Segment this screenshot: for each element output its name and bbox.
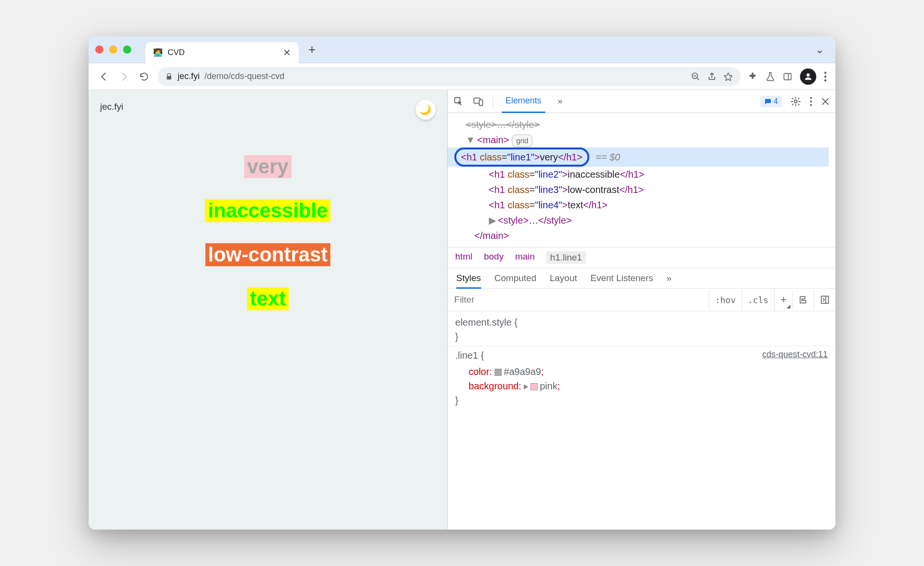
url-path: /demo/cds-quest-cvd: [204, 71, 284, 81]
new-rule-button[interactable]: +◢: [774, 289, 792, 311]
dom-row-h1-2[interactable]: <h1 class="line2">inaccessible</h1>: [454, 167, 829, 182]
css-prop-background[interactable]: background: ▸pink;: [469, 381, 560, 391]
tab-title: CVD: [168, 48, 278, 57]
color-swatch-icon[interactable]: [495, 369, 502, 376]
svg-point-4: [824, 75, 827, 78]
tab-styles[interactable]: Styles: [456, 273, 481, 289]
paint-icon[interactable]: [792, 290, 814, 309]
demo-line-2: inaccessible: [205, 199, 330, 222]
styles-more-icon[interactable]: »: [666, 273, 672, 283]
svg-point-12: [810, 104, 812, 106]
rule-selector[interactable]: .line1 {: [455, 350, 484, 361]
sidepanel-icon[interactable]: [783, 72, 792, 81]
close-tab-icon[interactable]: ✕: [283, 47, 291, 58]
browser-window: 👩‍💻 CVD ✕ + ⌄ jec.fyi/demo/cds-quest-cvd: [89, 36, 835, 530]
device-toggle-icon[interactable]: [473, 96, 484, 107]
svg-point-9: [794, 100, 797, 103]
svg-rect-8: [479, 100, 483, 105]
svg-point-5: [824, 79, 827, 81]
dom-selected-suffix: == $0: [596, 152, 620, 162]
forward-icon: [119, 71, 129, 82]
devtools-tabs: Elements » 4: [448, 90, 835, 113]
labs-icon[interactable]: [766, 71, 775, 82]
tab-more-icon[interactable]: »: [554, 91, 566, 112]
maximize-window-button[interactable]: [123, 45, 131, 54]
tab-event-listeners[interactable]: Event Listeners: [590, 273, 653, 283]
new-tab-button[interactable]: +: [304, 42, 320, 57]
forward-button[interactable]: [117, 70, 131, 83]
content-area: jec.fyi 🌙 very inaccessible low-contrast…: [89, 90, 835, 530]
reload-button[interactable]: [137, 70, 151, 83]
computed-sidebar-icon[interactable]: [814, 290, 835, 309]
svg-rect-1: [784, 73, 791, 79]
inspect-icon[interactable]: [453, 96, 464, 107]
grid-badge[interactable]: grid: [512, 135, 532, 147]
dom-row-main-close[interactable]: </main>: [454, 228, 829, 243]
issues-icon: [764, 98, 772, 105]
breadcrumb-main[interactable]: main: [515, 251, 535, 264]
toolbar-right: [747, 68, 827, 85]
settings-icon[interactable]: [790, 96, 801, 107]
browser-tab[interactable]: 👩‍💻 CVD ✕: [146, 42, 299, 63]
moon-icon: 🌙: [419, 104, 431, 115]
favicon-icon: 👩‍💻: [153, 48, 163, 57]
demo-line-1: very: [244, 155, 291, 178]
address-bar[interactable]: jec.fyi/demo/cds-quest-cvd: [158, 67, 741, 86]
svg-point-2: [807, 73, 810, 77]
tabs-dropdown-icon[interactable]: ⌄: [815, 44, 829, 56]
svg-point-3: [824, 71, 827, 74]
minimize-window-button[interactable]: [109, 45, 117, 54]
element-style-selector[interactable]: element.style {: [455, 317, 518, 328]
svg-point-10: [810, 97, 812, 99]
css-prop-color[interactable]: color: #a9a9a9;: [469, 366, 544, 377]
dom-row-prev[interactable]: <style>…</style>: [454, 117, 829, 132]
tab-computed[interactable]: Computed: [495, 273, 537, 283]
tab-elements[interactable]: Elements: [502, 90, 545, 113]
dom-row-h1-3[interactable]: <h1 class="line3">low-contrast</h1>: [454, 182, 829, 197]
close-window-button[interactable]: [95, 45, 103, 54]
demo-lines: very inaccessible low-contrast text: [100, 155, 436, 310]
lock-icon: [165, 72, 173, 81]
browser-toolbar: jec.fyi/demo/cds-quest-cvd: [89, 63, 835, 90]
kebab-menu-icon[interactable]: [824, 71, 827, 82]
cls-toggle[interactable]: .cls: [742, 290, 774, 310]
devtools-close-icon[interactable]: [821, 97, 830, 106]
extensions-icon[interactable]: [747, 71, 758, 82]
dom-breadcrumb[interactable]: html body main h1.line1: [448, 247, 835, 268]
breadcrumb-html[interactable]: html: [455, 251, 473, 264]
breadcrumb-body[interactable]: body: [484, 251, 504, 264]
tab-strip: 👩‍💻 CVD ✕ + ⌄: [89, 36, 835, 63]
devtools-panel: Elements » 4 <style>…</style> ▼<main>gri…: [447, 90, 835, 530]
dom-row-h1-4[interactable]: <h1 class="line4">text</h1>: [454, 197, 829, 213]
issues-counter[interactable]: 4: [760, 96, 782, 107]
site-label: jec.fyi: [100, 102, 436, 112]
bg-swatch-icon[interactable]: [530, 383, 538, 390]
back-icon: [99, 71, 109, 82]
demo-line-3: low-contrast: [205, 243, 331, 266]
issues-count: 4: [774, 97, 778, 106]
tab-layout[interactable]: Layout: [550, 273, 577, 283]
devtools-menu-icon[interactable]: [810, 97, 812, 106]
dom-tree[interactable]: <style>…</style> ▼<main>grid ⋯ <h1 class…: [448, 113, 835, 247]
theme-toggle-button[interactable]: 🌙: [416, 100, 436, 120]
url-domain: jec.fyi: [178, 71, 200, 81]
hov-toggle[interactable]: :hov: [709, 290, 741, 310]
svg-rect-13: [822, 296, 829, 304]
breadcrumb-selected[interactable]: h1.line1: [546, 251, 586, 264]
css-rules[interactable]: element.style { } cds-quest-cvd:11 .line…: [448, 311, 835, 530]
styles-tabs: Styles Computed Layout Event Listeners »: [448, 268, 835, 289]
svg-point-11: [810, 101, 812, 102]
styles-filter-bar: :hov .cls +◢: [448, 289, 835, 311]
rule-source-link[interactable]: cds-quest-cvd:11: [762, 348, 828, 361]
styles-filter-input[interactable]: [448, 290, 709, 310]
bookmark-icon[interactable]: [723, 72, 733, 81]
zoom-icon[interactable]: [691, 72, 700, 81]
dom-row-selected[interactable]: ⋯ <h1 class="line1">very</h1> == $0: [448, 147, 829, 167]
share-icon[interactable]: [707, 72, 717, 81]
window-controls: [95, 45, 131, 54]
reload-icon: [139, 71, 149, 82]
back-button[interactable]: [97, 70, 111, 83]
dom-row-main-open[interactable]: ▼<main>grid: [454, 132, 829, 147]
profile-avatar[interactable]: [800, 68, 816, 85]
dom-row-style[interactable]: ▶<style>…</style>: [454, 213, 829, 228]
